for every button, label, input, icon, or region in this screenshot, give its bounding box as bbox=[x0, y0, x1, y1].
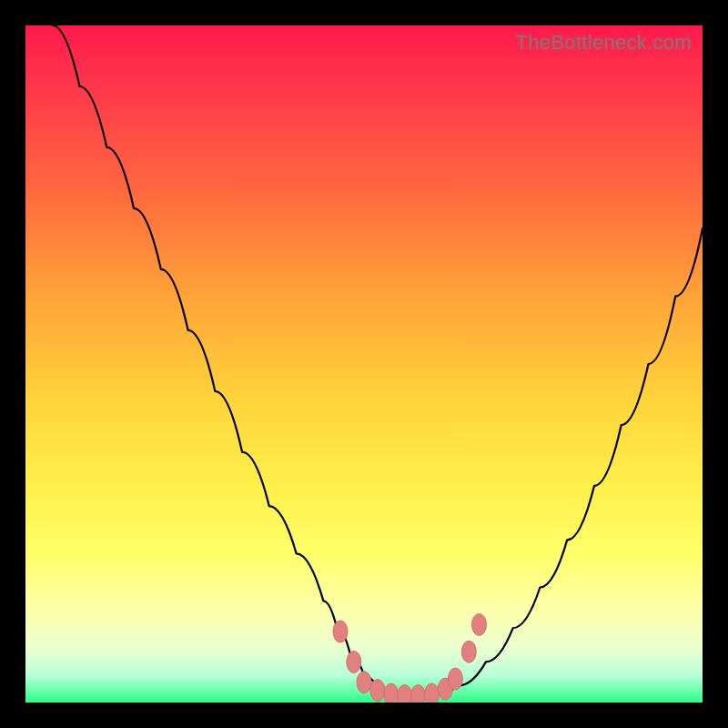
data-marker bbox=[333, 621, 348, 642]
chart-frame: TheBottleneck.com bbox=[0, 0, 728, 728]
data-marker bbox=[384, 683, 399, 703]
plot-area: TheBottleneck.com bbox=[25, 25, 703, 703]
data-marker bbox=[424, 683, 439, 703]
data-marker bbox=[411, 685, 426, 703]
data-marker bbox=[472, 613, 487, 635]
watermark-text: TheBottleneck.com bbox=[516, 31, 692, 55]
marker-layer bbox=[25, 25, 703, 703]
data-marker bbox=[448, 668, 462, 690]
data-marker bbox=[370, 680, 385, 702]
data-marker bbox=[357, 672, 371, 693]
data-marker bbox=[461, 641, 476, 662]
data-marker bbox=[398, 685, 412, 703]
marker-group bbox=[333, 613, 487, 703]
data-marker bbox=[347, 651, 361, 672]
